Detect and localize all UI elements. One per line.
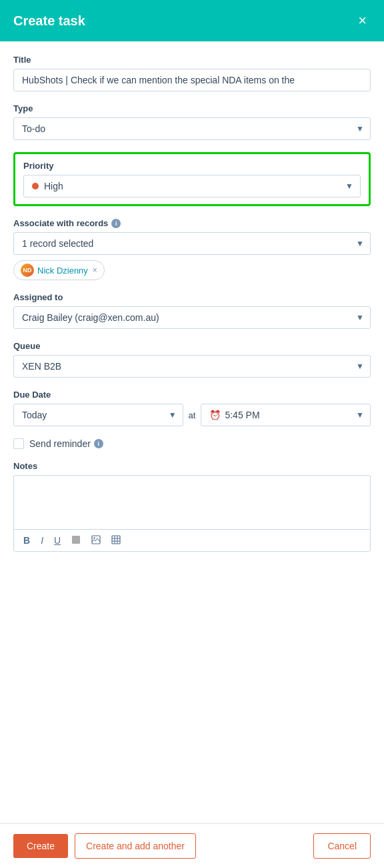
queue-select[interactable]: XEN B2B bbox=[13, 355, 371, 378]
priority-select-wrapper: High ▼ bbox=[23, 175, 361, 197]
assigned-select[interactable]: Craig Bailey (craig@xen.com.au) bbox=[13, 306, 371, 329]
notes-toolbar: B I U bbox=[14, 529, 370, 551]
priority-label: Priority bbox=[23, 161, 361, 171]
image-button[interactable] bbox=[89, 534, 103, 547]
time-chevron-icon: ▼ bbox=[356, 410, 364, 420]
notes-group: Notes B I U bbox=[13, 461, 371, 552]
notes-editor: B I U bbox=[13, 475, 371, 552]
title-label: Title bbox=[13, 55, 371, 65]
at-label: at bbox=[189, 410, 196, 420]
priority-group: Priority High ▼ bbox=[13, 152, 371, 206]
create-and-add-another-button[interactable]: Create and add another bbox=[75, 833, 196, 859]
highlight-button[interactable] bbox=[69, 534, 83, 547]
type-label: Type bbox=[13, 103, 371, 113]
associate-select-wrapper: 1 record selected ▼ bbox=[13, 232, 371, 255]
reminder-label: Send reminder i bbox=[29, 438, 103, 449]
assigned-select-wrapper: Craig Bailey (craig@xen.com.au) ▼ bbox=[13, 306, 371, 329]
type-select-wrapper: To-do Call Email ▼ bbox=[13, 117, 371, 140]
modal-header: Create task × bbox=[0, 0, 384, 41]
associate-select[interactable]: 1 record selected bbox=[13, 232, 371, 255]
svg-rect-0 bbox=[72, 536, 80, 544]
record-tag-avatar: ND bbox=[21, 264, 34, 277]
priority-dot-icon bbox=[32, 183, 39, 189]
time-display[interactable]: ⏰ 5:45 PM ▼ bbox=[201, 404, 371, 426]
svg-point-2 bbox=[93, 537, 95, 538]
reminder-checkbox[interactable] bbox=[13, 438, 24, 449]
due-date-label: Due Date bbox=[13, 390, 371, 400]
close-button[interactable]: × bbox=[354, 12, 371, 29]
associate-group: Associate with records i 1 record select… bbox=[13, 218, 371, 280]
assigned-group: Assigned to Craig Bailey (craig@xen.com.… bbox=[13, 292, 371, 329]
queue-label: Queue bbox=[13, 341, 371, 351]
type-group: Type To-do Call Email ▼ bbox=[13, 103, 371, 140]
record-tag[interactable]: ND Nick Dzienny × bbox=[13, 260, 105, 280]
priority-chevron-icon: ▼ bbox=[345, 181, 353, 191]
title-group: Title bbox=[13, 55, 371, 91]
due-date-group: Due Date Today Tomorrow Custom date ▼ at… bbox=[13, 390, 371, 426]
queue-group: Queue XEN B2B ▼ bbox=[13, 341, 371, 378]
priority-value: High bbox=[44, 181, 63, 191]
clock-icon: ⏰ bbox=[209, 410, 221, 420]
due-date-row: Today Tomorrow Custom date ▼ at ⏰ 5:45 P… bbox=[13, 404, 371, 426]
spacer bbox=[13, 564, 371, 604]
associate-label: Associate with records i bbox=[13, 218, 371, 228]
reminder-row: Send reminder i bbox=[13, 438, 371, 449]
modal-body: Title Type To-do Call Email ▼ Priority H… bbox=[0, 41, 384, 823]
modal-footer: Create Create and add another Cancel bbox=[0, 823, 384, 868]
table-button[interactable] bbox=[109, 534, 123, 547]
time-value: 5:45 PM bbox=[225, 410, 259, 420]
priority-display[interactable]: High ▼ bbox=[23, 175, 361, 197]
cancel-button[interactable]: Cancel bbox=[313, 833, 371, 859]
record-tag-close-icon[interactable]: × bbox=[93, 266, 97, 275]
due-date-select[interactable]: Today Tomorrow Custom date bbox=[13, 404, 183, 426]
title-input[interactable] bbox=[13, 69, 371, 91]
notes-input[interactable] bbox=[14, 476, 370, 529]
type-select[interactable]: To-do Call Email bbox=[13, 117, 371, 140]
svg-rect-3 bbox=[112, 536, 120, 544]
modal-title: Create task bbox=[13, 13, 85, 29]
due-date-select-wrapper: Today Tomorrow Custom date ▼ bbox=[13, 404, 183, 426]
assigned-label: Assigned to bbox=[13, 292, 371, 302]
bold-button[interactable]: B bbox=[21, 534, 33, 546]
associate-info-icon[interactable]: i bbox=[111, 219, 121, 228]
queue-select-wrapper: XEN B2B ▼ bbox=[13, 355, 371, 378]
notes-label: Notes bbox=[13, 461, 371, 471]
reminder-info-icon[interactable]: i bbox=[94, 439, 103, 448]
underline-button[interactable]: U bbox=[51, 534, 63, 546]
record-tag-name: Nick Dzienny bbox=[37, 266, 88, 276]
time-select-wrapper: ⏰ 5:45 PM ▼ bbox=[201, 404, 371, 426]
italic-button[interactable]: I bbox=[38, 534, 46, 546]
create-button[interactable]: Create bbox=[13, 834, 68, 858]
